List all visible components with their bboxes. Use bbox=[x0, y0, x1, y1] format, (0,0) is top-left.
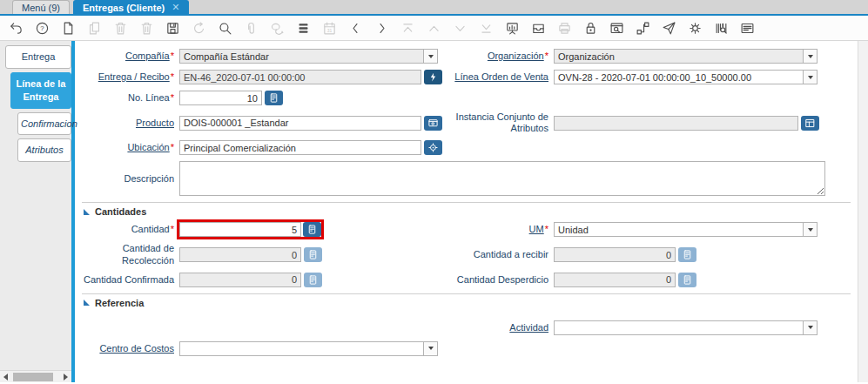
organizacion-input[interactable] bbox=[555, 50, 803, 63]
field-label-cantidad-recoleccion: Cantidad de Recolección bbox=[75, 243, 179, 266]
centro-costos-input[interactable] bbox=[180, 342, 423, 355]
tab-menu[interactable]: Menú (9) bbox=[12, 0, 70, 14]
svg-text:31: 31 bbox=[327, 28, 333, 32]
report-icon[interactable] bbox=[504, 20, 521, 37]
toolbar: ?31 bbox=[0, 16, 868, 41]
svg-text:?: ? bbox=[40, 24, 44, 32]
cantidad-desperdicio-input bbox=[554, 273, 676, 287]
save-icon[interactable] bbox=[165, 20, 181, 37]
entrega-recibo-input[interactable] bbox=[179, 70, 421, 84]
field-label-compania: Compañía* bbox=[75, 51, 179, 62]
new-record-icon[interactable] bbox=[60, 20, 77, 37]
tab-entregas-label: Entregas (Cliente) bbox=[83, 3, 165, 13]
descripcion-textarea[interactable] bbox=[179, 161, 825, 196]
cantidad-recibir-input bbox=[554, 247, 676, 262]
form-panel: Compañía* Organización* bbox=[75, 41, 858, 382]
field-label-entrega-recibo: Entrega / Recibo* bbox=[75, 71, 179, 83]
field-label-organizacion: Organización* bbox=[442, 51, 554, 62]
calculator-icon bbox=[678, 247, 696, 262]
prev-record-icon[interactable] bbox=[347, 20, 364, 37]
linea-orden-venta-combobox[interactable] bbox=[554, 70, 818, 84]
chevron-down-icon[interactable] bbox=[803, 223, 817, 236]
sidebar-tab-confirmacion[interactable]: Confirmacion bbox=[17, 112, 71, 136]
preferences-icon[interactable] bbox=[687, 20, 703, 37]
actividad-combobox[interactable] bbox=[554, 320, 818, 335]
delete-record-icon bbox=[112, 20, 129, 37]
collapse-triangle-icon[interactable] bbox=[84, 300, 90, 306]
document-zoom-button[interactable] bbox=[424, 70, 442, 84]
field-label-ubicacion: Ubicación* bbox=[75, 142, 179, 153]
centro-costos-combobox[interactable] bbox=[179, 341, 438, 356]
calculator-icon bbox=[304, 273, 322, 287]
tab-entregas-cliente[interactable]: Entregas (Cliente) ✕ bbox=[73, 0, 189, 14]
zoom-across-icon[interactable] bbox=[609, 20, 625, 37]
field-label-descripcion: Descripción bbox=[75, 173, 179, 185]
organizacion-combobox[interactable] bbox=[554, 49, 818, 64]
section-referencia: Referencia bbox=[82, 293, 851, 308]
close-tab-icon[interactable]: ✕ bbox=[172, 2, 179, 13]
compania-combobox[interactable] bbox=[179, 49, 438, 64]
linea-orden-venta-input[interactable] bbox=[555, 71, 803, 84]
sidebar-tab-linea-de-la-entrega[interactable]: Línea de la Entrega bbox=[10, 72, 71, 109]
compania-input[interactable] bbox=[180, 50, 423, 63]
field-label-cantidad: Cantidad* bbox=[75, 224, 179, 235]
section-referencia-label: Referencia bbox=[95, 298, 144, 308]
requests-icon[interactable] bbox=[661, 20, 677, 37]
attachment-icon bbox=[243, 20, 259, 37]
first-record-icon bbox=[400, 20, 416, 37]
attribute-set-icon[interactable] bbox=[801, 116, 819, 131]
scrollbar-track[interactable] bbox=[11, 372, 60, 382]
archive-icon[interactable] bbox=[530, 20, 547, 37]
no-linea-input[interactable] bbox=[179, 91, 262, 105]
ubicacion-input[interactable] bbox=[179, 140, 421, 155]
help-icon[interactable]: ? bbox=[34, 20, 50, 37]
collapse-triangle-icon[interactable] bbox=[84, 209, 90, 215]
workflow-icon[interactable] bbox=[635, 20, 651, 37]
scan-icon[interactable] bbox=[713, 20, 730, 37]
field-label-linea-orden-venta: Línea Orden de Venta bbox=[442, 71, 554, 83]
actividad-input[interactable] bbox=[555, 321, 803, 334]
sidebar-horizontal-scrollbar[interactable] bbox=[0, 370, 71, 382]
tab-sidebar: EntregaLínea de la EntregaConfirmacionAt… bbox=[0, 41, 75, 382]
undo-icon[interactable] bbox=[8, 20, 24, 37]
instancia-input bbox=[554, 116, 798, 131]
calculator-icon[interactable] bbox=[303, 222, 321, 237]
section-cantidades: Cantidades bbox=[82, 202, 851, 217]
product-search-icon[interactable] bbox=[424, 116, 442, 131]
cantidad-highlight bbox=[179, 222, 321, 237]
field-label-instancia: Instancia Conjunto de Atributos bbox=[442, 111, 554, 134]
detail-record-icon bbox=[452, 20, 468, 37]
section-cantidades-label: Cantidades bbox=[95, 206, 146, 217]
vertical-scrollbar[interactable] bbox=[858, 41, 868, 382]
field-label-no-linea: No. Línea* bbox=[75, 92, 179, 104]
cantidad-recoleccion-input bbox=[179, 247, 301, 262]
sidebar-tab-atributos[interactable]: Atributos bbox=[17, 138, 71, 162]
chevron-down-icon[interactable] bbox=[803, 71, 817, 84]
quick-form-icon[interactable] bbox=[739, 20, 756, 37]
lock-icon[interactable] bbox=[582, 20, 599, 37]
cantidad-input[interactable] bbox=[179, 222, 301, 237]
sidebar-tab-entrega[interactable]: Entrega bbox=[5, 45, 71, 69]
chevron-down-icon[interactable] bbox=[423, 50, 437, 63]
chevron-down-icon[interactable] bbox=[803, 321, 817, 334]
chevron-down-icon[interactable] bbox=[423, 342, 437, 355]
calculator-icon bbox=[678, 273, 696, 287]
scroll-left-arrow-icon[interactable] bbox=[0, 371, 11, 382]
um-combobox[interactable] bbox=[554, 222, 818, 237]
field-label-cantidad-desperdicio: Cantidad Desperdicio bbox=[442, 274, 554, 286]
chevron-down-icon[interactable] bbox=[803, 50, 817, 63]
locator-target-icon[interactable] bbox=[424, 140, 442, 155]
last-record-icon bbox=[478, 20, 495, 37]
cantidad-confirmada-input bbox=[179, 273, 301, 287]
calculator-icon[interactable] bbox=[265, 91, 283, 105]
find-icon[interactable] bbox=[217, 20, 233, 37]
um-input[interactable] bbox=[555, 223, 803, 236]
calendar-icon: 31 bbox=[321, 20, 338, 37]
scroll-right-arrow-icon[interactable] bbox=[60, 371, 71, 382]
tab-menu-label: Menú (9) bbox=[22, 3, 60, 13]
window-tab-bar: Menú (9) Entregas (Cliente) ✕ bbox=[0, 0, 868, 16]
scrollbar-thumb[interactable] bbox=[13, 373, 53, 381]
grid-toggle-icon[interactable] bbox=[295, 20, 312, 37]
producto-input[interactable] bbox=[179, 116, 421, 131]
next-record-icon[interactable] bbox=[373, 20, 390, 37]
